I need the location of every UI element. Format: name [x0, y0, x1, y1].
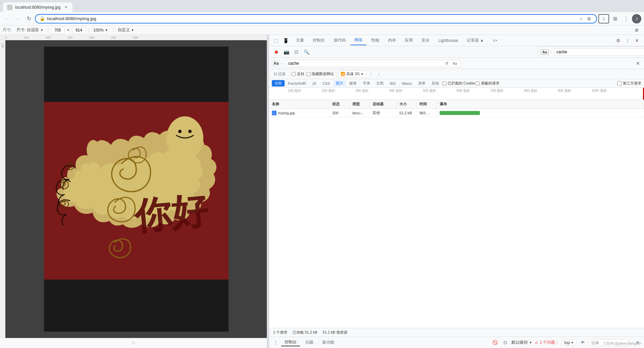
hide-data-url-input[interactable] — [306, 72, 310, 76]
type-tab-doc[interactable]: 文档 — [374, 80, 386, 86]
screenshot-button[interactable]: 📷 — [282, 48, 291, 56]
height-input[interactable] — [72, 27, 86, 34]
view-mode-dropdown[interactable]: 自定义 ▼ — [116, 26, 136, 34]
console-clear-btn[interactable]: 🚫 — [491, 339, 499, 346]
network-search-input[interactable] — [288, 61, 442, 66]
settings-icon[interactable]: ⚙ — [586, 15, 592, 22]
back-button[interactable]: ← — [3, 14, 12, 23]
reverse-checkbox[interactable]: 反转 — [292, 71, 304, 76]
col-header-initiator[interactable]: 启动器 — [370, 100, 397, 108]
col-header-time[interactable]: 时间 — [417, 100, 437, 108]
search-panel-close[interactable]: ✕ — [635, 60, 641, 67]
profile-button[interactable]: J — [632, 14, 641, 23]
console-tab-new-features[interactable]: 新功能 — [319, 339, 338, 346]
upload-throttle-btn[interactable]: ↑ — [368, 71, 374, 77]
network-content: ⏺ 📷 ⊡ 🔍 Aa · ↺ ↓ — [269, 46, 644, 337]
forward-button[interactable]: → — [13, 14, 23, 23]
search-case-btn[interactable]: Aa — [451, 60, 458, 67]
blocked-requests-label: 屏蔽的请求 — [481, 81, 499, 86]
devtools-close-icon[interactable]: ✕ — [633, 36, 641, 45]
search-reload-btn[interactable]: ↺ — [443, 60, 450, 67]
blocked-requests-input[interactable] — [476, 81, 480, 85]
transferred-size: 已传输 51.2 kB — [293, 330, 317, 335]
tab-application[interactable]: 应用 — [401, 36, 417, 45]
devtools-inspect-icon[interactable]: ⬚ — [272, 36, 281, 45]
tab-count-button[interactable]: 1 — [598, 14, 609, 23]
hide-data-url-checkbox[interactable]: 隐藏数据网址 — [306, 71, 334, 76]
type-tab-font[interactable]: 字体 — [360, 80, 373, 86]
search-aa[interactable]: Aa — [272, 60, 280, 66]
eye-icon-btn[interactable]: 👁 — [579, 339, 586, 346]
type-tab-ws[interactable]: WS — [387, 81, 398, 86]
col-header-size[interactable]: 大小 — [397, 100, 417, 108]
devtools-settings-icon[interactable]: ⚙ — [614, 36, 623, 45]
context-selector[interactable]: top ▼ — [562, 340, 576, 346]
console-tab-issues[interactable]: 问题 — [302, 339, 317, 346]
cell-size: 51.2 kB — [397, 109, 417, 117]
default-level-dropdown[interactable]: 默认级别 ▼ — [511, 340, 532, 345]
type-tab-fetch-xhr[interactable]: Fetch/XHR — [285, 81, 309, 86]
console-more-icon[interactable]: ⋮ — [272, 339, 279, 346]
type-tab-media[interactable]: 媒体 — [347, 80, 359, 86]
extensions-button[interactable]: ⊞ — [610, 14, 620, 23]
refresh-button[interactable]: ↻ — [24, 14, 34, 23]
record-button[interactable]: ⏺ — [272, 48, 281, 56]
search-input[interactable] — [556, 50, 644, 54]
filter-icon-btn[interactable]: ⊡ — [292, 48, 301, 56]
artwork-svg: 你好 — [44, 102, 229, 280]
col-header-type[interactable]: 类型 — [350, 100, 370, 108]
tab-network[interactable]: 网络 — [350, 36, 366, 45]
blocked-cookies-input[interactable] — [442, 81, 446, 85]
bookmark-icon[interactable]: ☆ — [578, 15, 584, 22]
address-bar[interactable]: 🔒 localhost:8080/myimg.jpg ☆ ⚙ — [35, 14, 597, 23]
filter-icon-button[interactable]: ⊡ 过滤 — [272, 71, 287, 77]
type-tab-other[interactable]: 其他 — [429, 80, 442, 86]
third-party-checkbox[interactable]: 第三方请求 — [617, 81, 641, 86]
col-header-status[interactable]: 状态 — [330, 100, 350, 108]
timeline-label-900: 900 毫秒 — [558, 89, 571, 93]
type-tab-manifest[interactable]: 清单 — [415, 80, 428, 86]
tab-sources[interactable]: 源代码 — [330, 36, 350, 45]
devtools-device-icon[interactable]: 📱 — [281, 36, 290, 45]
third-party-input[interactable] — [617, 81, 622, 85]
search-icon-btn[interactable]: 🔍 — [302, 48, 311, 56]
tab-more[interactable]: >> — [489, 36, 501, 45]
devtools-more-icon[interactable]: ⋮ — [623, 36, 632, 45]
type-tab-css[interactable]: CSS — [320, 81, 333, 86]
reverse-check-input[interactable] — [292, 72, 296, 76]
search-aa-label[interactable]: Aa — [541, 49, 549, 55]
tab-recorder[interactable]: 记录器 ▲ — [463, 36, 488, 45]
cell-initiator: 其他 — [370, 109, 397, 117]
active-tab[interactable]: localhost:8080/myimg.jpg ✕ — [3, 2, 73, 12]
type-tab-js[interactable]: JS — [309, 81, 319, 86]
size-chevron-icon: ▼ — [40, 28, 43, 32]
col-header-waterfall[interactable]: 瀑布 — [437, 100, 644, 108]
type-tab-wasm[interactable]: Wasm — [399, 81, 415, 86]
width-input[interactable] — [51, 27, 64, 34]
console-block-btn[interactable]: ⊡ — [501, 339, 509, 346]
tab-console[interactable]: 控制台 — [309, 36, 329, 45]
speed-dropdown[interactable]: 📶 高速 3G ▼ — [338, 70, 366, 77]
console-tab-console[interactable]: 控制台 — [281, 339, 300, 346]
col-header-name[interactable]: 名称 — [269, 100, 330, 108]
tab-memory[interactable]: 内存 — [384, 36, 400, 45]
tab-close-button[interactable]: ✕ — [63, 5, 68, 10]
type-filter-row: 全部 Fetch/XHR JS CSS 图片 媒体 字体 文档 WS Wasm … — [269, 79, 644, 88]
size-dropdown[interactable]: 尺寸: 自适应 ▼ — [14, 26, 45, 34]
tab-security[interactable]: 安全 — [417, 36, 434, 45]
tab-bar: localhost:8080/myimg.jpg ✕ — [0, 0, 644, 12]
blocked-requests-checkbox[interactable]: 屏蔽的请求 — [476, 81, 499, 86]
type-tab-img[interactable]: 图片 — [333, 80, 346, 86]
tab-elements[interactable]: 元素 — [292, 36, 308, 45]
url-text: localhost:8080/myimg.jpg — [47, 16, 576, 21]
blocked-cookies-checkbox[interactable]: 已拦截的 Cookie — [442, 81, 475, 86]
more-options-button[interactable]: ⋮ — [621, 14, 631, 23]
toolbar-settings-icon[interactable]: ⚙ — [632, 25, 641, 35]
tab-performance[interactable]: 性能 — [367, 36, 383, 45]
tab-lighthouse[interactable]: Lighthouse — [434, 36, 462, 45]
console-toolbar: ⋮ 控制台 问题 新功能 🚫 ⊡ 默认级别 ▼ ⚠ 1 个问题： — [269, 337, 644, 348]
zoom-dropdown[interactable]: 100% ▼ — [91, 27, 110, 33]
table-row[interactable]: J myimg.jpg 200 docu... 其他 51.2 kB 883 .… — [269, 109, 644, 117]
download-throttle-btn[interactable]: ↓ — [376, 71, 382, 77]
type-tab-all[interactable]: 全部 — [272, 80, 285, 86]
